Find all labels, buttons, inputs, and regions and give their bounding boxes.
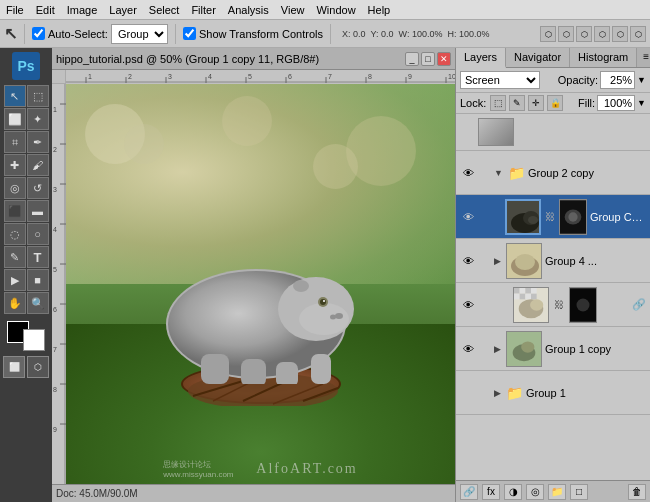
delete-layer-btn[interactable]: 🗑 — [628, 484, 646, 500]
add-link-btn[interactable]: 🔗 — [460, 484, 478, 500]
layer-eye-group4[interactable]: 👁 — [460, 253, 476, 269]
svg-text:3: 3 — [168, 73, 172, 80]
hand-tool[interactable]: ✋ — [4, 292, 26, 314]
lock-image-btn[interactable]: ✎ — [509, 95, 525, 111]
layer-item-group4[interactable]: 👁 ▶ Group 4 ... — [456, 239, 650, 283]
quick-mask-icon[interactable]: ⬜ — [3, 356, 25, 378]
layer-item-group1[interactable]: ▶ 📁 Group 1 — [456, 371, 650, 415]
marquee-tool[interactable]: ⬜ — [4, 108, 26, 130]
tool-row-10: ✋ 🔍 — [4, 292, 49, 314]
menu-help[interactable]: Help — [362, 4, 397, 16]
healing-tool[interactable]: ✚ — [4, 154, 26, 176]
menu-select[interactable]: Select — [143, 4, 186, 16]
menu-edit[interactable]: Edit — [30, 4, 61, 16]
add-style-btn[interactable]: fx — [482, 484, 500, 500]
history-tool[interactable]: ↺ — [27, 177, 49, 199]
ps-logo: Ps — [12, 52, 40, 80]
layer-item-group1copy[interactable]: 👁 ▶ Group 1 copy — [456, 327, 650, 371]
layer-eye-group1copy[interactable]: 👁 — [460, 341, 476, 357]
layer-item-group2copy[interactable]: 👁 ▼ 📁 Group 2 copy — [456, 151, 650, 195]
svg-point-56 — [330, 315, 336, 320]
auto-select-checkbox[interactable] — [32, 27, 45, 40]
layer-item-selected[interactable]: 👁 ⛓ — [456, 195, 650, 239]
background-color[interactable] — [23, 329, 45, 351]
new-group-btn[interactable]: 📁 — [548, 484, 566, 500]
move-tool[interactable]: ↖ — [4, 85, 26, 107]
screen-mode-icon[interactable]: ⬡ — [27, 356, 49, 378]
add-adjustment-btn[interactable]: ◎ — [526, 484, 544, 500]
layer-eye-group2copy[interactable]: 👁 — [460, 165, 476, 181]
minimize-button[interactable]: _ — [405, 52, 419, 66]
thumb-hippo-svg — [507, 201, 541, 235]
layer-expand-group2copy[interactable]: ▼ — [494, 168, 503, 178]
tab-layers[interactable]: Layers — [456, 48, 506, 68]
lock-all-btn[interactable]: 🔒 — [547, 95, 563, 111]
lasso-tool[interactable]: ⬚ — [27, 85, 49, 107]
blur-tool[interactable]: ◌ — [4, 223, 26, 245]
menu-window[interactable]: Window — [310, 4, 361, 16]
close-button[interactable]: ✕ — [437, 52, 451, 66]
layer-expand-group1copy[interactable]: ▶ — [494, 344, 501, 354]
layer-expand-group1[interactable]: ▶ — [494, 388, 501, 398]
canvas-viewport[interactable]: 思缘设计论坛 www.missyuan.com AlfoART.com — [66, 84, 455, 484]
text-tool[interactable]: T — [27, 246, 49, 268]
eyedropper-tool[interactable]: ✒ — [27, 131, 49, 153]
add-mask-btn[interactable]: ◑ — [504, 484, 522, 500]
eraser-tool[interactable]: ⬛ — [4, 200, 26, 222]
move-tool-icon[interactable]: ↖ — [4, 24, 17, 43]
align-right-icon[interactable]: ⬡ — [576, 26, 592, 42]
crop-tool[interactable]: ⌗ — [4, 131, 26, 153]
svg-rect-0 — [66, 70, 455, 83]
dodge-tool[interactable]: ○ — [27, 223, 49, 245]
menu-analysis[interactable]: Analysis — [222, 4, 275, 16]
show-transform-checkbox[interactable] — [183, 27, 196, 40]
lock-transparent-btn[interactable]: ⬚ — [490, 95, 506, 111]
align-left-icon[interactable]: ⬡ — [540, 26, 556, 42]
fill-input[interactable] — [597, 95, 635, 111]
magic-wand-tool[interactable]: ✦ — [27, 108, 49, 130]
pen-tool[interactable]: ✎ — [4, 246, 26, 268]
layer-eye-selected[interactable]: 👁 — [460, 209, 476, 225]
folder-icon-group1: 📁 — [506, 385, 523, 401]
fill-arrow-icon[interactable]: ▼ — [637, 98, 646, 108]
auto-select-type[interactable]: Group — [111, 24, 168, 44]
menu-layer[interactable]: Layer — [103, 4, 143, 16]
blend-mode-select[interactable]: Screen — [460, 71, 540, 89]
layer-eye-unnamed[interactable]: 👁 — [460, 297, 476, 313]
path-select-tool[interactable]: ▶ — [4, 269, 26, 291]
new-layer-btn[interactable]: □ — [570, 484, 588, 500]
toolbox: Ps ↖ ⬚ ⬜ ✦ ⌗ ✒ ✚ 🖌 ◎ ↺ ⬛ ▬ ◌ ○ ✎ — [0, 48, 52, 502]
fill-label: Fill: — [578, 97, 595, 109]
stamp-tool[interactable]: ◎ — [4, 177, 26, 199]
menu-view[interactable]: View — [275, 4, 311, 16]
tab-histogram[interactable]: Histogram — [570, 48, 637, 67]
menu-image[interactable]: Image — [61, 4, 104, 16]
tab-navigator[interactable]: Navigator — [506, 48, 570, 67]
svg-rect-76 — [520, 293, 526, 299]
opacity-control: Opacity: ▼ — [558, 71, 646, 89]
gradient-tool[interactable]: ▬ — [27, 200, 49, 222]
menu-file[interactable]: File — [0, 4, 30, 16]
menu-bar: File Edit Image Layer Select Filter Anal… — [0, 0, 650, 20]
opacity-input[interactable] — [600, 71, 635, 89]
shape-tool[interactable]: ■ — [27, 269, 49, 291]
maximize-button[interactable]: □ — [421, 52, 435, 66]
align-center-icon[interactable]: ⬡ — [558, 26, 574, 42]
layer-expand-group4[interactable]: ▶ — [494, 256, 501, 266]
layer-thumb-group4 — [506, 243, 542, 279]
zoom-tool[interactable]: 🔍 — [27, 292, 49, 314]
layer-list[interactable]: 👁 ▼ 📁 Group 2 copy 👁 — [456, 151, 650, 480]
panel-close-icon[interactable]: ≡ — [637, 48, 650, 67]
align-bottom-icon[interactable]: ⬡ — [630, 26, 646, 42]
opacity-arrow-icon[interactable]: ▼ — [637, 75, 646, 85]
align-middle-icon[interactable]: ⬡ — [612, 26, 628, 42]
align-top-icon[interactable]: ⬡ — [594, 26, 610, 42]
brush-tool[interactable]: 🖌 — [27, 154, 49, 176]
svg-rect-58 — [201, 354, 229, 384]
menu-filter[interactable]: Filter — [185, 4, 221, 16]
lock-position-btn[interactable]: ✛ — [528, 95, 544, 111]
layer-eye-group1[interactable] — [460, 385, 476, 401]
svg-text:10: 10 — [448, 73, 455, 80]
layer-item-unnamed[interactable]: 👁 — [456, 283, 650, 327]
svg-text:2: 2 — [53, 146, 57, 153]
